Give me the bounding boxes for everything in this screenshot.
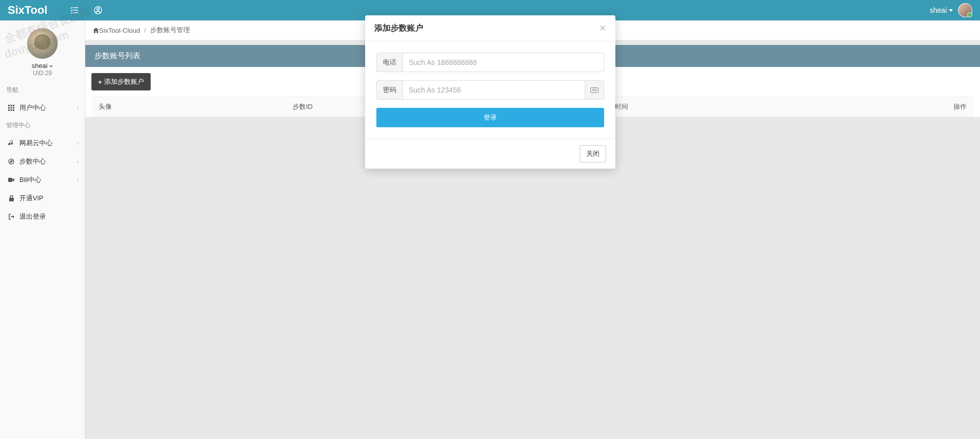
phone-input[interactable] <box>403 53 604 72</box>
keyboard-icon <box>590 87 599 93</box>
password-label: 密码 <box>377 81 403 99</box>
phone-input-group: 电话 <box>376 53 604 72</box>
phone-label: 电话 <box>377 53 403 72</box>
modal-footer: 关闭 <box>365 138 615 169</box>
password-input[interactable] <box>403 81 585 99</box>
modal-close-button[interactable]: × <box>600 22 606 34</box>
password-input-group: 密码 <box>376 80 604 100</box>
keyboard-toggle[interactable] <box>585 81 604 99</box>
modal-body: 电话 密码 登录 <box>365 41 615 138</box>
login-button[interactable]: 登录 <box>376 108 604 127</box>
modal-title: 添加步数账户 <box>374 23 600 34</box>
close-button[interactable]: 关闭 <box>580 145 606 163</box>
add-account-modal: 添加步数账户 × 电话 密码 登录 关闭 <box>365 15 615 169</box>
modal-header: 添加步数账户 × <box>365 15 615 41</box>
